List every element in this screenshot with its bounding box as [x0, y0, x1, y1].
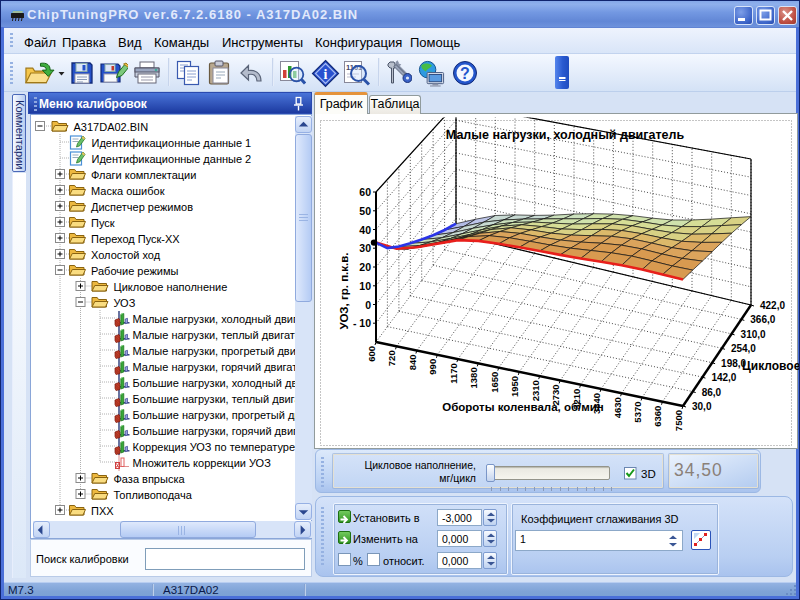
svg-text:30,0: 30,0: [692, 401, 712, 412]
svg-text:1170: 1170: [448, 363, 459, 384]
svg-text:- 10: - 10: [353, 317, 371, 329]
svg-text:840: 840: [407, 355, 418, 371]
svg-text:УОЗ, гр. п.к.в.: УОЗ, гр. п.к.в.: [338, 253, 350, 330]
svg-text:Малые нагрузки, холодный двига: Малые нагрузки, холодный двигатель: [446, 128, 685, 142]
svg-text:10: 10: [359, 280, 371, 292]
svg-text:366,0: 366,0: [750, 314, 775, 325]
svg-text:600: 600: [366, 346, 377, 362]
svg-text:40: 40: [359, 224, 371, 236]
svg-text:86,0: 86,0: [702, 387, 722, 398]
svg-text:Обороты коленвала, об/мин: Обороты коленвала, об/мин: [442, 401, 604, 413]
svg-text:254,0: 254,0: [731, 343, 756, 354]
svg-text:310,0: 310,0: [741, 329, 766, 340]
svg-text:4630: 4630: [612, 397, 623, 418]
svg-text:50: 50: [359, 205, 371, 217]
svg-text:60: 60: [359, 186, 371, 198]
svg-text:142,0: 142,0: [711, 372, 736, 383]
svg-text:7500: 7500: [673, 410, 684, 431]
svg-text:1950: 1950: [509, 376, 520, 397]
svg-text:2310: 2310: [530, 380, 541, 401]
svg-text:422,0: 422,0: [760, 300, 785, 311]
svg-text:990: 990: [427, 359, 438, 375]
svg-text:Цикловое: Цикловое: [742, 359, 799, 373]
svg-text:5370: 5370: [632, 402, 643, 423]
svg-text:720: 720: [387, 350, 398, 366]
svg-text:0: 0: [365, 299, 371, 311]
svg-text:30: 30: [359, 242, 371, 254]
svg-text:1650: 1650: [489, 372, 500, 393]
svg-text:6360: 6360: [653, 406, 664, 427]
svg-text:20: 20: [359, 261, 371, 273]
svg-text:1380: 1380: [468, 367, 479, 388]
